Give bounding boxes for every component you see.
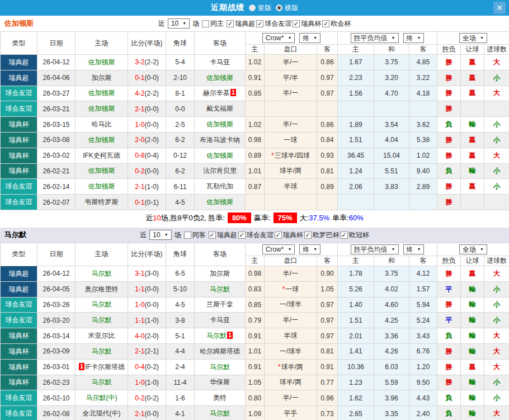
- avg-draw-odds: 3.35: [374, 406, 409, 420]
- home-team-cell: 佐加顿斯: [76, 86, 128, 101]
- result-cell: 勝: [437, 132, 461, 148]
- match-date: 26-02-07: [37, 195, 76, 210]
- score-cell: 0-2(0-0): [128, 163, 166, 179]
- checkbox-icon[interactable]: [202, 20, 209, 27]
- league-filter[interactable]: ✓欧冠杯: [341, 230, 369, 240]
- match-count-select[interactable]: 10 ▼: [168, 18, 190, 29]
- half-time-score: (0-1): [145, 199, 159, 206]
- handicap-odds-away: 0.73: [317, 406, 338, 420]
- result-cell: 負: [437, 328, 461, 344]
- handicap-odds-home: 0.85: [246, 297, 265, 313]
- same-home-filter[interactable]: 同主: [202, 19, 224, 29]
- half-time-score: (0-0): [145, 301, 159, 309]
- team-name: 马尔默(中): [86, 394, 117, 402]
- half-time-score: (2-0): [145, 332, 159, 340]
- col-goals: 进球数: [484, 45, 509, 55]
- league-filter[interactable]: ✓欧会杯: [322, 19, 351, 29]
- away-team-cell: 佐加顿斯: [195, 117, 246, 133]
- result-cell: 勝: [437, 148, 461, 163]
- corners-cell: 11-4: [166, 375, 195, 390]
- radio-icon[interactable]: [249, 4, 256, 11]
- away-team-cell: 卡马亚: [195, 55, 246, 70]
- checkbox-icon[interactable]: ✓: [227, 20, 234, 27]
- avg-home-odds: 2.01: [338, 328, 374, 344]
- handicap-result-cell: 贏: [461, 132, 484, 148]
- avg-home-odds: 5.26: [338, 281, 374, 297]
- handicap-result-cell: 輸: [461, 297, 484, 313]
- match-row: 瑞典杯26-02-21佐加顿斯0-2(0-0)6-2法尔肯贝里1.01球半/两0…: [1, 163, 509, 179]
- avg-home-odds: 2.06: [338, 179, 374, 195]
- avg-odds-select[interactable]: 胜平负均值 ▼: [351, 244, 399, 254]
- checkbox-icon[interactable]: ✓: [238, 232, 246, 239]
- result-cell: 勝: [437, 375, 461, 390]
- checkbox-icon[interactable]: ✓: [293, 20, 300, 27]
- away-team-cell: 奥特: [195, 390, 246, 406]
- league-type-badge: 瑞典超: [1, 281, 37, 297]
- handicap-odds-home: [246, 101, 265, 117]
- avg-away-odds: 4.85: [409, 55, 437, 70]
- full-match-value: 全场: [463, 34, 476, 42]
- col-avg-away: 客: [409, 45, 437, 55]
- match-row: 瑞典超26-04-12马尔默3-1(3-0)6-5加尔斯0.98半/一0.901…: [1, 266, 509, 281]
- checkbox-icon[interactable]: ✓: [341, 232, 348, 239]
- filter-label: 球会友谊: [247, 230, 274, 240]
- checkbox-icon[interactable]: ✓: [256, 20, 263, 27]
- handicap-line: 一/球半: [265, 343, 317, 359]
- team-name: 马尔默: [92, 316, 112, 324]
- handicap-odds-away: [317, 195, 338, 210]
- same-away-filter[interactable]: 同客: [184, 230, 206, 240]
- full-time-score: 2-1: [135, 410, 144, 418]
- checkbox-icon[interactable]: ✓: [304, 232, 312, 239]
- league-filter[interactable]: ✓球会友谊: [238, 230, 274, 240]
- odds-time-select[interactable]: 终 ▼: [299, 244, 321, 254]
- match-count-select[interactable]: 10 ▼: [149, 230, 171, 240]
- league-filter[interactable]: ✓欧罗巴杯: [304, 230, 340, 240]
- avg-draw-odds: 3.20: [374, 70, 409, 86]
- caret-down-icon: ▼: [164, 231, 168, 239]
- handicap-odds-home: 0.80: [246, 390, 265, 406]
- match-row: 球会友谊26-03-27佐加顿斯4-2(2-2)8-1赫尔辛基10.85半/一0…: [1, 86, 509, 101]
- radio-horizontal-layout[interactable]: 横版: [276, 3, 298, 13]
- avg-odds-select[interactable]: 胜平负均值 ▼: [351, 33, 399, 43]
- full-match-select[interactable]: 全场 ▼: [459, 244, 487, 254]
- match-date: 26-03-15: [37, 117, 76, 133]
- score-cell: 0-1(0-0): [128, 70, 166, 86]
- handicap-line: 平/半: [265, 70, 317, 86]
- handicap-odds-away: 0.93: [317, 148, 338, 163]
- half-time-score: (0-2): [145, 363, 159, 371]
- odds-company-select[interactable]: Crow* ▼: [262, 244, 295, 254]
- corners-cell: 6-5: [166, 266, 195, 281]
- odds-time-select[interactable]: 终 ▼: [299, 33, 321, 43]
- league-filter[interactable]: ✓瑞典超: [209, 230, 237, 240]
- col-home: 主场: [76, 243, 128, 266]
- checkbox-icon[interactable]: ✓: [275, 232, 282, 239]
- odds-time-value: 终: [303, 34, 309, 42]
- avg-draw-odds: [374, 195, 409, 210]
- league-filter[interactable]: ✓瑞典超: [227, 19, 255, 29]
- radio-vertical-layout[interactable]: 竖版: [249, 3, 271, 13]
- score-cell: 4-2(2-2): [128, 86, 166, 101]
- matches-label: 场: [175, 230, 181, 240]
- full-time-score: 0-4: [135, 363, 144, 371]
- handicap-odds-away: 0.81: [317, 343, 338, 359]
- league-filter[interactable]: ✓瑞典杯: [293, 19, 321, 29]
- avg-time-select[interactable]: 终 ▼: [403, 33, 425, 43]
- full-match-select[interactable]: 全场 ▼: [459, 33, 487, 43]
- avg-time-select[interactable]: 终 ▼: [403, 244, 425, 254]
- checkbox-icon[interactable]: [184, 232, 191, 239]
- team-name: 佐加顿斯: [88, 182, 115, 190]
- checkbox-icon[interactable]: ✓: [322, 20, 329, 27]
- match-row: 球会友谊26-02-08全北现代(中)2-1(0-0)4-1马尔默1.09平手0…: [1, 406, 509, 420]
- corners-cell: 5-1: [166, 328, 195, 344]
- checkbox-icon[interactable]: ✓: [209, 232, 216, 239]
- league-filter[interactable]: ✓球会友谊: [256, 19, 291, 29]
- close-icon[interactable]: ✕: [493, 2, 506, 14]
- league-filter[interactable]: ✓瑞典杯: [275, 230, 303, 240]
- home-team-cell: 佐加顿斯: [76, 101, 128, 117]
- odds-company-select[interactable]: Crow* ▼: [262, 33, 295, 43]
- radio-icon[interactable]: [276, 4, 282, 11]
- league-type-badge: 瑞典杯: [1, 375, 37, 390]
- goals-result-cell: 小: [484, 117, 509, 133]
- avg-home-odds: 2.23: [338, 70, 374, 86]
- handicap-result-cell: [461, 195, 484, 210]
